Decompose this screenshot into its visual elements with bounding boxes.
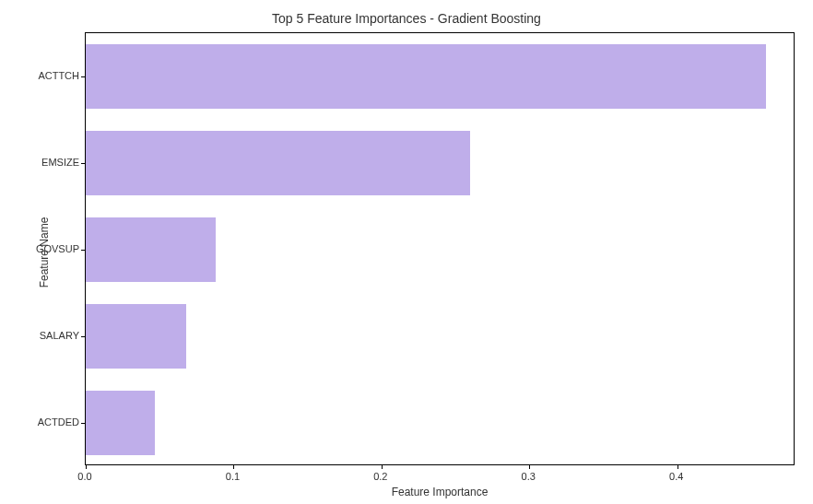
bar bbox=[86, 304, 186, 369]
y-tick-label: SALARY bbox=[15, 330, 79, 341]
bar bbox=[86, 391, 155, 455]
x-tick bbox=[233, 464, 234, 469]
x-tick-label: 0.2 bbox=[373, 471, 387, 482]
y-tick bbox=[81, 336, 86, 337]
y-tick-label: ACTTCH bbox=[15, 70, 79, 81]
y-tick-label: GOVSUP bbox=[15, 243, 79, 254]
chart-title: Top 5 Feature Importances - Gradient Boo… bbox=[0, 11, 813, 26]
chart-plot-area bbox=[85, 32, 795, 465]
x-tick bbox=[382, 464, 383, 469]
x-tick bbox=[529, 464, 530, 469]
y-tick bbox=[81, 423, 86, 424]
bar bbox=[86, 44, 766, 109]
x-tick-label: 0.1 bbox=[226, 471, 240, 482]
x-tick-label: 0.0 bbox=[77, 471, 91, 482]
x-tick bbox=[678, 464, 678, 469]
bar bbox=[86, 131, 470, 195]
x-tick-label: 0.4 bbox=[669, 471, 683, 482]
bar bbox=[86, 217, 216, 282]
y-tick-label: EMSIZE bbox=[15, 157, 79, 168]
y-tick bbox=[81, 163, 86, 164]
x-axis-label: Feature Importance bbox=[85, 486, 795, 498]
y-tick bbox=[81, 250, 86, 251]
x-tick bbox=[86, 464, 87, 469]
y-tick bbox=[81, 76, 86, 77]
y-tick-label: ACTDED bbox=[15, 416, 79, 428]
x-tick-label: 0.3 bbox=[522, 471, 536, 482]
